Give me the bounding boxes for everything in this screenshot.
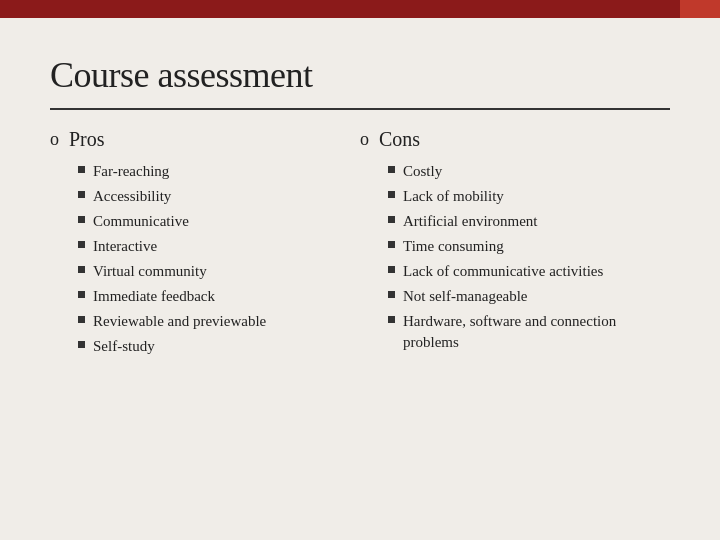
cons-item-5: Lack of communicative activities <box>403 261 650 282</box>
list-item: Reviewable and previewable <box>78 311 340 332</box>
bullet-icon <box>78 216 85 223</box>
list-item: Not self-manageable <box>388 286 650 307</box>
top-bar <box>0 0 720 18</box>
list-item: Accessibility <box>78 186 340 207</box>
list-item: Costly <box>388 161 650 182</box>
bullet-icon <box>78 291 85 298</box>
pros-header: o Pros <box>50 128 340 151</box>
list-item: Lack of communicative activities <box>388 261 650 282</box>
bullet-icon <box>388 191 395 198</box>
bullet-icon <box>78 166 85 173</box>
slide-container: Course assessment o Pros Far-reaching Ac… <box>0 18 720 391</box>
cons-item-6: Not self-manageable <box>403 286 650 307</box>
cons-item-7: Hardware, software and connection proble… <box>403 311 650 353</box>
cons-header: o Cons <box>360 128 650 151</box>
pros-item-6: Immediate feedback <box>93 286 340 307</box>
bullet-icon <box>78 241 85 248</box>
pros-title: Pros <box>69 128 105 151</box>
bullet-icon <box>388 166 395 173</box>
bullet-icon <box>388 241 395 248</box>
cons-item-2: Lack of mobility <box>403 186 650 207</box>
cons-item-1: Costly <box>403 161 650 182</box>
cons-item-4: Time consuming <box>403 236 650 257</box>
list-item: Virtual community <box>78 261 340 282</box>
bullet-icon <box>388 291 395 298</box>
content-row: o Pros Far-reaching Accessibility Commun… <box>50 128 670 361</box>
list-item: Immediate feedback <box>78 286 340 307</box>
top-bar-accent <box>680 0 720 18</box>
list-item: Communicative <box>78 211 340 232</box>
bullet-icon <box>388 216 395 223</box>
bullet-icon <box>78 266 85 273</box>
list-item: Self-study <box>78 336 340 357</box>
pros-item-4: Interactive <box>93 236 340 257</box>
pros-bullet: o <box>50 129 59 150</box>
divider <box>50 108 670 110</box>
cons-title: Cons <box>379 128 420 151</box>
bullet-icon <box>78 316 85 323</box>
cons-column: o Cons Costly Lack of mobility Artificia… <box>360 128 670 361</box>
list-item: Far-reaching <box>78 161 340 182</box>
list-item: Interactive <box>78 236 340 257</box>
list-item: Hardware, software and connection proble… <box>388 311 650 353</box>
pros-item-2: Accessibility <box>93 186 340 207</box>
pros-column: o Pros Far-reaching Accessibility Commun… <box>50 128 360 361</box>
bullet-icon <box>78 341 85 348</box>
bullet-icon <box>78 191 85 198</box>
pros-item-7: Reviewable and previewable <box>93 311 340 332</box>
cons-bullet: o <box>360 129 369 150</box>
cons-list: Costly Lack of mobility Artificial envir… <box>388 161 650 353</box>
bullet-icon <box>388 266 395 273</box>
list-item: Lack of mobility <box>388 186 650 207</box>
cons-item-3: Artificial environment <box>403 211 650 232</box>
list-item: Artificial environment <box>388 211 650 232</box>
pros-item-8: Self-study <box>93 336 340 357</box>
pros-list: Far-reaching Accessibility Communicative… <box>78 161 340 357</box>
bullet-icon <box>388 316 395 323</box>
pros-item-5: Virtual community <box>93 261 340 282</box>
pros-item-1: Far-reaching <box>93 161 340 182</box>
page-title: Course assessment <box>50 54 670 96</box>
pros-item-3: Communicative <box>93 211 340 232</box>
list-item: Time consuming <box>388 236 650 257</box>
